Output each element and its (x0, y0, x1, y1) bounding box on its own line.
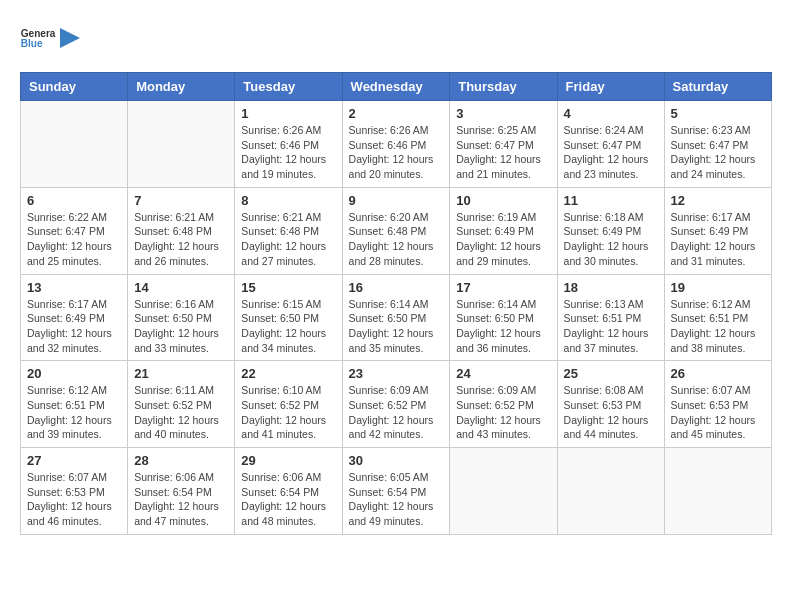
calendar-week-row: 27Sunrise: 6:07 AM Sunset: 6:53 PM Dayli… (21, 448, 772, 535)
day-info: Sunrise: 6:25 AM Sunset: 6:47 PM Dayligh… (456, 123, 550, 182)
calendar-day-cell: 8Sunrise: 6:21 AM Sunset: 6:48 PM Daylig… (235, 187, 342, 274)
day-info: Sunrise: 6:21 AM Sunset: 6:48 PM Dayligh… (134, 210, 228, 269)
day-info: Sunrise: 6:12 AM Sunset: 6:51 PM Dayligh… (671, 297, 765, 356)
day-info: Sunrise: 6:18 AM Sunset: 6:49 PM Dayligh… (564, 210, 658, 269)
calendar-day-cell: 22Sunrise: 6:10 AM Sunset: 6:52 PM Dayli… (235, 361, 342, 448)
day-number: 15 (241, 280, 335, 295)
day-number: 26 (671, 366, 765, 381)
weekday-header-monday: Monday (128, 73, 235, 101)
calendar-day-cell: 13Sunrise: 6:17 AM Sunset: 6:49 PM Dayli… (21, 274, 128, 361)
day-info: Sunrise: 6:16 AM Sunset: 6:50 PM Dayligh… (134, 297, 228, 356)
calendar-day-cell: 30Sunrise: 6:05 AM Sunset: 6:54 PM Dayli… (342, 448, 450, 535)
day-info: Sunrise: 6:06 AM Sunset: 6:54 PM Dayligh… (241, 470, 335, 529)
day-info: Sunrise: 6:17 AM Sunset: 6:49 PM Dayligh… (671, 210, 765, 269)
calendar-day-cell: 28Sunrise: 6:06 AM Sunset: 6:54 PM Dayli… (128, 448, 235, 535)
day-number: 8 (241, 193, 335, 208)
day-info: Sunrise: 6:19 AM Sunset: 6:49 PM Dayligh… (456, 210, 550, 269)
day-number: 12 (671, 193, 765, 208)
logo-svg: General Blue (20, 20, 56, 56)
calendar-day-cell (450, 448, 557, 535)
calendar-day-cell: 20Sunrise: 6:12 AM Sunset: 6:51 PM Dayli… (21, 361, 128, 448)
day-info: Sunrise: 6:07 AM Sunset: 6:53 PM Dayligh… (671, 383, 765, 442)
calendar-day-cell: 6Sunrise: 6:22 AM Sunset: 6:47 PM Daylig… (21, 187, 128, 274)
calendar-day-cell: 1Sunrise: 6:26 AM Sunset: 6:46 PM Daylig… (235, 101, 342, 188)
day-info: Sunrise: 6:26 AM Sunset: 6:46 PM Dayligh… (241, 123, 335, 182)
logo: General Blue (20, 20, 80, 56)
day-info: Sunrise: 6:21 AM Sunset: 6:48 PM Dayligh… (241, 210, 335, 269)
day-info: Sunrise: 6:23 AM Sunset: 6:47 PM Dayligh… (671, 123, 765, 182)
calendar-day-cell: 14Sunrise: 6:16 AM Sunset: 6:50 PM Dayli… (128, 274, 235, 361)
calendar-day-cell (664, 448, 771, 535)
calendar-day-cell (21, 101, 128, 188)
calendar-day-cell: 16Sunrise: 6:14 AM Sunset: 6:50 PM Dayli… (342, 274, 450, 361)
calendar-day-cell: 9Sunrise: 6:20 AM Sunset: 6:48 PM Daylig… (342, 187, 450, 274)
day-number: 30 (349, 453, 444, 468)
day-number: 27 (27, 453, 121, 468)
day-info: Sunrise: 6:11 AM Sunset: 6:52 PM Dayligh… (134, 383, 228, 442)
calendar-day-cell: 11Sunrise: 6:18 AM Sunset: 6:49 PM Dayli… (557, 187, 664, 274)
calendar-table: SundayMondayTuesdayWednesdayThursdayFrid… (20, 72, 772, 535)
day-info: Sunrise: 6:20 AM Sunset: 6:48 PM Dayligh… (349, 210, 444, 269)
day-number: 7 (134, 193, 228, 208)
day-number: 10 (456, 193, 550, 208)
day-number: 28 (134, 453, 228, 468)
day-info: Sunrise: 6:15 AM Sunset: 6:50 PM Dayligh… (241, 297, 335, 356)
logo-arrow-icon (60, 28, 80, 48)
day-number: 5 (671, 106, 765, 121)
day-number: 16 (349, 280, 444, 295)
weekday-header-thursday: Thursday (450, 73, 557, 101)
day-info: Sunrise: 6:14 AM Sunset: 6:50 PM Dayligh… (349, 297, 444, 356)
day-number: 24 (456, 366, 550, 381)
calendar-day-cell: 10Sunrise: 6:19 AM Sunset: 6:49 PM Dayli… (450, 187, 557, 274)
calendar-day-cell: 4Sunrise: 6:24 AM Sunset: 6:47 PM Daylig… (557, 101, 664, 188)
day-number: 22 (241, 366, 335, 381)
calendar-day-cell: 15Sunrise: 6:15 AM Sunset: 6:50 PM Dayli… (235, 274, 342, 361)
day-info: Sunrise: 6:06 AM Sunset: 6:54 PM Dayligh… (134, 470, 228, 529)
calendar-week-row: 20Sunrise: 6:12 AM Sunset: 6:51 PM Dayli… (21, 361, 772, 448)
day-info: Sunrise: 6:13 AM Sunset: 6:51 PM Dayligh… (564, 297, 658, 356)
day-number: 14 (134, 280, 228, 295)
calendar-day-cell: 18Sunrise: 6:13 AM Sunset: 6:51 PM Dayli… (557, 274, 664, 361)
calendar-day-cell: 19Sunrise: 6:12 AM Sunset: 6:51 PM Dayli… (664, 274, 771, 361)
calendar-day-cell: 24Sunrise: 6:09 AM Sunset: 6:52 PM Dayli… (450, 361, 557, 448)
weekday-header-row: SundayMondayTuesdayWednesdayThursdayFrid… (21, 73, 772, 101)
day-number: 17 (456, 280, 550, 295)
day-info: Sunrise: 6:07 AM Sunset: 6:53 PM Dayligh… (27, 470, 121, 529)
day-info: Sunrise: 6:10 AM Sunset: 6:52 PM Dayligh… (241, 383, 335, 442)
weekday-header-tuesday: Tuesday (235, 73, 342, 101)
day-number: 4 (564, 106, 658, 121)
day-info: Sunrise: 6:12 AM Sunset: 6:51 PM Dayligh… (27, 383, 121, 442)
calendar-day-cell: 25Sunrise: 6:08 AM Sunset: 6:53 PM Dayli… (557, 361, 664, 448)
day-number: 3 (456, 106, 550, 121)
day-info: Sunrise: 6:05 AM Sunset: 6:54 PM Dayligh… (349, 470, 444, 529)
day-info: Sunrise: 6:24 AM Sunset: 6:47 PM Dayligh… (564, 123, 658, 182)
weekday-header-sunday: Sunday (21, 73, 128, 101)
day-info: Sunrise: 6:26 AM Sunset: 6:46 PM Dayligh… (349, 123, 444, 182)
calendar-day-cell: 17Sunrise: 6:14 AM Sunset: 6:50 PM Dayli… (450, 274, 557, 361)
day-info: Sunrise: 6:09 AM Sunset: 6:52 PM Dayligh… (349, 383, 444, 442)
calendar-day-cell (128, 101, 235, 188)
day-number: 29 (241, 453, 335, 468)
day-info: Sunrise: 6:08 AM Sunset: 6:53 PM Dayligh… (564, 383, 658, 442)
day-number: 9 (349, 193, 444, 208)
calendar-day-cell: 7Sunrise: 6:21 AM Sunset: 6:48 PM Daylig… (128, 187, 235, 274)
day-info: Sunrise: 6:09 AM Sunset: 6:52 PM Dayligh… (456, 383, 550, 442)
day-info: Sunrise: 6:17 AM Sunset: 6:49 PM Dayligh… (27, 297, 121, 356)
day-number: 19 (671, 280, 765, 295)
calendar-day-cell: 21Sunrise: 6:11 AM Sunset: 6:52 PM Dayli… (128, 361, 235, 448)
page-header: General Blue (20, 20, 772, 56)
calendar-week-row: 1Sunrise: 6:26 AM Sunset: 6:46 PM Daylig… (21, 101, 772, 188)
svg-text:Blue: Blue (21, 38, 43, 49)
day-number: 18 (564, 280, 658, 295)
day-number: 23 (349, 366, 444, 381)
weekday-header-friday: Friday (557, 73, 664, 101)
day-number: 21 (134, 366, 228, 381)
weekday-header-wednesday: Wednesday (342, 73, 450, 101)
calendar-day-cell (557, 448, 664, 535)
day-number: 6 (27, 193, 121, 208)
calendar-day-cell: 29Sunrise: 6:06 AM Sunset: 6:54 PM Dayli… (235, 448, 342, 535)
day-number: 13 (27, 280, 121, 295)
calendar-week-row: 13Sunrise: 6:17 AM Sunset: 6:49 PM Dayli… (21, 274, 772, 361)
day-info: Sunrise: 6:22 AM Sunset: 6:47 PM Dayligh… (27, 210, 121, 269)
calendar-day-cell: 26Sunrise: 6:07 AM Sunset: 6:53 PM Dayli… (664, 361, 771, 448)
